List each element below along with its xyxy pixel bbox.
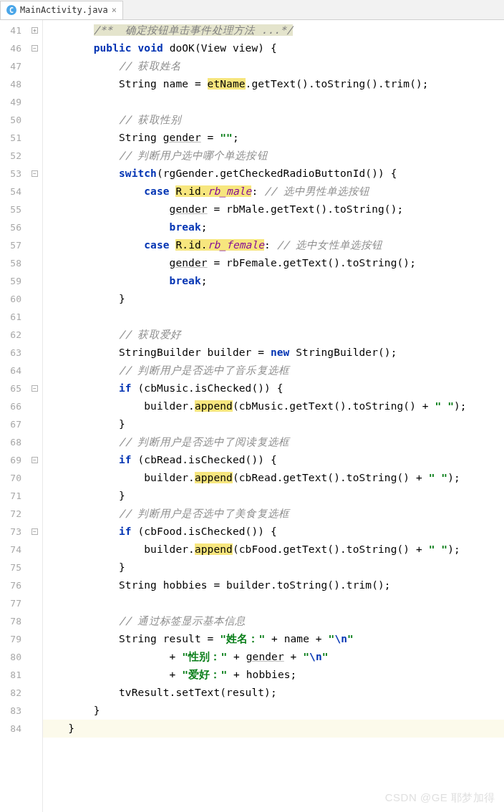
fold-marker[interactable] (27, 469, 42, 487)
fold-marker[interactable] (27, 129, 42, 147)
code-line[interactable] (43, 93, 504, 111)
code-line[interactable]: // 获取姓名 (43, 57, 504, 75)
fold-marker[interactable] (27, 326, 42, 344)
fold-marker[interactable] (27, 183, 42, 200)
code-line[interactable]: public void doOK(View view) { (43, 39, 504, 57)
fold-marker[interactable] (27, 648, 42, 666)
code-line[interactable]: String name = etName.getText().toString(… (43, 75, 504, 93)
code-line[interactable]: } (43, 720, 504, 738)
code-line[interactable]: } (43, 415, 504, 433)
code-line[interactable]: // 判断用户是否选中了美食复选框 (43, 505, 504, 523)
code-line[interactable]: // 判断用户选中哪个单选按钮 (43, 147, 504, 165)
fold-marker[interactable]: − (27, 451, 42, 469)
line-number: 51 (0, 129, 27, 147)
code-area[interactable]: /** 确定按钮单击事件处理方法 ...*/ public void doOK(… (43, 20, 504, 812)
code-line[interactable]: break; (43, 218, 504, 236)
fold-marker[interactable] (27, 612, 42, 630)
fold-marker[interactable] (27, 702, 42, 720)
line-number: 71 (0, 487, 27, 505)
code-line[interactable]: String result = "姓名：" + name + "\n" (43, 630, 504, 648)
code-line[interactable]: // 获取爱好 (43, 326, 504, 344)
fold-marker[interactable] (27, 594, 42, 612)
tab-filename: MainActivity.java (20, 5, 108, 15)
code-line[interactable]: + "性别：" + gender + "\n" (43, 648, 504, 666)
fold-marker[interactable]: + (27, 21, 42, 39)
fold-marker[interactable] (27, 362, 42, 380)
code-line[interactable]: case R.id.rb_male: // 选中男性单选按钮 (43, 183, 504, 200)
code-line[interactable]: switch(rgGender.getCheckedRadioButtonId(… (43, 165, 504, 183)
code-line[interactable]: builder.append(cbRead.getText().toString… (43, 469, 504, 487)
code-line[interactable]: break; (43, 272, 504, 290)
code-line[interactable]: + "爱好：" + hobbies; (43, 666, 504, 684)
code-line[interactable]: // 判断用户是否选中了阅读复选框 (43, 433, 504, 451)
fold-marker[interactable] (27, 720, 42, 738)
code-line[interactable]: tvResult.setText(result); (43, 684, 504, 702)
code-line[interactable]: /** 确定按钮单击事件处理方法 ...*/ (43, 21, 504, 39)
fold-marker[interactable] (27, 290, 42, 308)
code-line[interactable]: } (43, 290, 504, 308)
code-line[interactable]: if (cbFood.isChecked()) { (43, 523, 504, 541)
gutter: 4146474849505152535455565758596061626364… (0, 20, 27, 812)
code-line[interactable]: case R.id.rb_female: // 选中女性单选按钮 (43, 236, 504, 254)
fold-column: +−−−−− (27, 20, 43, 812)
code-line[interactable]: // 获取性别 (43, 111, 504, 129)
line-number: 72 (0, 505, 27, 523)
fold-marker[interactable] (27, 415, 42, 433)
fold-marker[interactable]: − (27, 165, 42, 183)
line-number: 77 (0, 594, 27, 612)
fold-marker[interactable] (27, 666, 42, 684)
code-line[interactable] (43, 594, 504, 612)
code-line[interactable]: StringBuilder builder = new StringBuilde… (43, 344, 504, 362)
line-number: 50 (0, 111, 27, 129)
fold-marker[interactable] (27, 505, 42, 523)
fold-marker[interactable] (27, 57, 42, 75)
line-number: 82 (0, 684, 27, 702)
fold-marker[interactable] (27, 111, 42, 129)
code-line[interactable]: // 判断用户是否选中了音乐复选框 (43, 362, 504, 380)
fold-marker[interactable] (27, 433, 42, 451)
code-line[interactable]: gender = rbMale.getText().toString(); (43, 200, 504, 218)
fold-marker[interactable] (27, 75, 42, 93)
fold-marker[interactable] (27, 254, 42, 272)
line-number: 74 (0, 541, 27, 559)
line-number: 56 (0, 218, 27, 236)
code-line[interactable]: builder.append(cbFood.getText().toString… (43, 541, 504, 559)
fold-marker[interactable] (27, 397, 42, 415)
fold-marker[interactable]: − (27, 523, 42, 541)
code-line[interactable]: // 通过标签显示基本信息 (43, 612, 504, 630)
fold-marker[interactable]: − (27, 380, 42, 397)
fold-marker[interactable] (27, 487, 42, 505)
code-line[interactable]: gender = rbFemale.getText().toString(); (43, 254, 504, 272)
fold-marker[interactable] (27, 236, 42, 254)
fold-marker[interactable] (27, 630, 42, 648)
fold-marker[interactable] (27, 272, 42, 290)
fold-marker[interactable] (27, 200, 42, 218)
line-number: 46 (0, 39, 27, 57)
code-line[interactable]: String hobbies = builder.toString().trim… (43, 576, 504, 594)
code-line[interactable] (43, 308, 504, 326)
code-line[interactable]: builder.append(cbMusic.getText().toStrin… (43, 397, 504, 415)
fold-marker[interactable] (27, 344, 42, 362)
code-line[interactable]: if (cbRead.isChecked()) { (43, 451, 504, 469)
fold-marker[interactable] (27, 576, 42, 594)
code-line[interactable]: if (cbMusic.isChecked()) { (43, 380, 504, 397)
watermark: CSDN @GE 耶梦加得 (385, 791, 495, 805)
fold-marker[interactable] (27, 147, 42, 165)
fold-marker[interactable] (27, 308, 42, 326)
fold-marker[interactable]: − (27, 39, 42, 57)
code-line[interactable]: } (43, 559, 504, 576)
fold-marker[interactable] (27, 541, 42, 559)
line-number: 79 (0, 630, 27, 648)
file-tab[interactable]: C MainActivity.java × (0, 1, 123, 19)
code-line[interactable]: } (43, 487, 504, 505)
fold-marker[interactable] (27, 218, 42, 236)
line-number: 55 (0, 200, 27, 218)
code-line[interactable]: } (43, 702, 504, 720)
fold-marker[interactable] (27, 684, 42, 702)
code-line[interactable]: String gender = ""; (43, 129, 504, 147)
fold-marker[interactable] (27, 559, 42, 576)
line-number: 54 (0, 183, 27, 200)
close-icon[interactable]: × (112, 5, 117, 15)
fold-marker[interactable] (27, 93, 42, 111)
line-number: 70 (0, 469, 27, 487)
